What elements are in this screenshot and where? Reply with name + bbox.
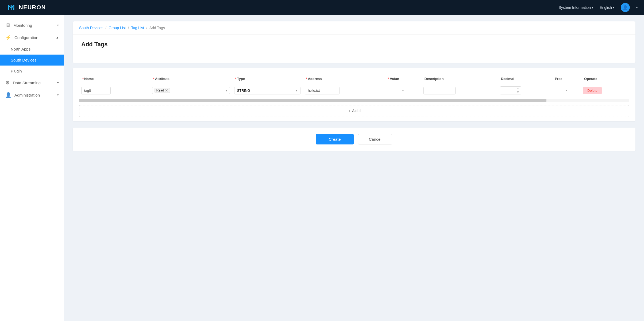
sidebar-item-north-apps[interactable]: North Apps <box>0 44 64 55</box>
admin-icon: 👤 <box>5 92 11 98</box>
sidebar-label-configuration: Configuration <box>14 35 53 40</box>
add-icon: ＋ <box>348 109 351 113</box>
user-chevron-icon: ▾ <box>636 6 638 9</box>
main-content: South Devices / Group List / Tag List / … <box>64 15 644 321</box>
col-type: *Type <box>232 75 303 83</box>
data-streaming-icon: ⚙ <box>5 80 10 86</box>
topbar-left: "N NEURON <box>6 3 46 12</box>
attribute-tag: Read ✕ <box>155 88 170 93</box>
scroll-thumb[interactable] <box>79 99 546 102</box>
system-info-label: System Information <box>558 5 591 10</box>
topbar-right: System Information ▾ English ▾ 👤 ▾ <box>558 3 638 12</box>
tag-form-card: *Name *Attribute *Type *Address *Value D… <box>73 68 635 121</box>
col-decimal: Decimal <box>498 75 552 83</box>
decimal-spinner: ▲ ▼ <box>500 86 521 94</box>
col-operate: Operate <box>581 75 629 83</box>
sidebar-item-administration[interactable]: 👤 Administration ▾ <box>0 89 64 101</box>
page-title-section: Add Tags <box>73 35 635 56</box>
app-name: NEURON <box>19 4 46 11</box>
topbar: "N NEURON System Information ▾ English ▾… <box>0 0 644 15</box>
breadcrumb: South Devices / Group List / Tag List / … <box>73 21 635 34</box>
cell-description <box>421 83 498 98</box>
sidebar-item-monitoring[interactable]: 🖥 Monitoring ▾ <box>0 19 64 31</box>
col-value: *Value <box>385 75 421 83</box>
cell-type: STRING ▾ <box>232 83 303 98</box>
col-address: *Address <box>303 75 385 83</box>
avatar[interactable]: 👤 <box>621 3 630 12</box>
cell-prec: - <box>552 83 581 98</box>
add-label: A d d <box>352 109 361 113</box>
delete-button[interactable]: Delete <box>583 87 602 94</box>
spinner-up-button[interactable]: ▲ <box>515 87 521 90</box>
sidebar-item-south-devices[interactable]: South Devices <box>0 55 64 66</box>
user-icon: 👤 <box>623 5 628 10</box>
breadcrumb-group-list[interactable]: Group List <box>109 26 126 30</box>
sidebar-label-south-devices: South Devices <box>11 58 59 62</box>
breadcrumb-tag-list[interactable]: Tag List <box>131 26 144 30</box>
system-info-menu[interactable]: System Information ▾ <box>558 5 593 10</box>
cell-address <box>303 83 385 98</box>
name-input[interactable] <box>81 87 111 94</box>
sidebar-label-plugin: Plugin <box>11 69 59 73</box>
breadcrumb-add-tags: Add Tags <box>149 26 165 30</box>
sidebar-label-administration: Administration <box>14 93 54 97</box>
breadcrumb-sep-2: / <box>128 26 129 30</box>
attribute-value: Read <box>156 89 164 92</box>
breadcrumb-sep-1: / <box>105 26 106 30</box>
language-chevron-icon: ▾ <box>613 6 614 9</box>
col-prec: Prec <box>552 75 581 83</box>
logo-icon: "N <box>6 3 16 12</box>
col-attribute: *Attribute <box>150 75 232 83</box>
data-streaming-chevron-icon: ▾ <box>57 81 59 85</box>
col-description: Description <box>421 75 498 83</box>
footer-actions: Create Cancel <box>73 128 635 151</box>
monitor-icon: 🖥 <box>5 22 10 28</box>
layout: 🖥 Monitoring ▾ ⚡ Configuration ▲ North A… <box>0 0 644 321</box>
attribute-remove-icon[interactable]: ✕ <box>165 89 168 92</box>
user-menu-caret[interactable]: ▾ <box>636 6 638 9</box>
table-row: Read ✕ ▾ STRING ▾ <box>79 83 629 98</box>
type-chevron-icon: ▾ <box>296 89 298 92</box>
sidebar-label-north-apps: North Apps <box>11 47 59 51</box>
spinner-down-button[interactable]: ▼ <box>515 90 521 94</box>
spinner-buttons: ▲ ▼ <box>515 87 521 94</box>
create-button[interactable]: Create <box>316 134 354 144</box>
cancel-button[interactable]: Cancel <box>358 134 392 144</box>
sidebar-item-configuration[interactable]: ⚡ Configuration ▲ <box>0 31 64 44</box>
tag-table: *Name *Attribute *Type *Address *Value D… <box>79 75 629 98</box>
sidebar-item-data-streaming[interactable]: ⚙ Data Streaming ▾ <box>0 77 64 89</box>
language-menu[interactable]: English ▾ <box>600 5 614 10</box>
config-icon: ⚡ <box>5 35 11 40</box>
configuration-chevron-icon: ▲ <box>56 36 59 39</box>
address-input[interactable] <box>305 87 340 94</box>
cell-decimal: ▲ ▼ <box>498 83 552 98</box>
add-row-button[interactable]: ＋ A d d <box>79 105 629 117</box>
sidebar-item-plugin[interactable]: Plugin <box>0 66 64 77</box>
administration-chevron-icon: ▾ <box>57 93 59 97</box>
monitoring-chevron-icon: ▾ <box>57 24 59 27</box>
attribute-chevron-icon: ▾ <box>226 89 227 92</box>
sidebar: 🖥 Monitoring ▾ ⚡ Configuration ▲ North A… <box>0 15 64 321</box>
system-info-chevron-icon: ▾ <box>592 6 593 9</box>
breadcrumb-south-devices[interactable]: South Devices <box>79 26 103 30</box>
cell-operate: Delete <box>581 83 629 98</box>
type-select[interactable]: STRING ▾ <box>234 87 301 94</box>
cell-value: - <box>385 83 421 98</box>
col-name: *Name <box>79 75 150 83</box>
attribute-select[interactable]: Read ✕ ▾ <box>152 87 230 94</box>
decimal-input[interactable] <box>500 87 515 94</box>
description-input[interactable] <box>423 87 456 94</box>
cell-attribute: Read ✕ ▾ <box>150 83 232 98</box>
cell-name <box>79 83 150 98</box>
horizontal-scrollbar[interactable] <box>79 99 629 102</box>
sidebar-label-monitoring: Monitoring <box>13 23 54 28</box>
language-label: English <box>600 5 612 10</box>
breadcrumb-sep-3: / <box>146 26 147 30</box>
sidebar-label-data-streaming: Data Streaming <box>13 81 54 85</box>
type-value: STRING <box>237 89 250 93</box>
page-title: Add Tags <box>81 41 627 48</box>
